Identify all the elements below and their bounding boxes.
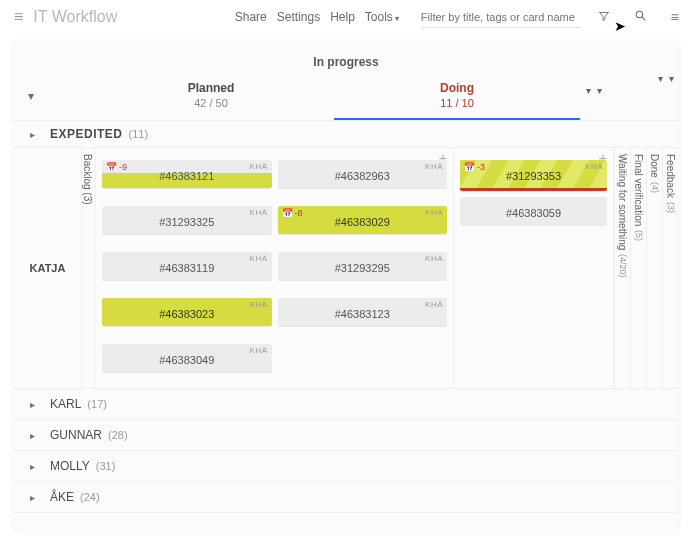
card[interactable]: KHÄ📅 -3#31293353 bbox=[460, 160, 607, 191]
chevron-right-icon: ▸ bbox=[14, 129, 50, 140]
card[interactable]: KHÄ#46383023 bbox=[102, 298, 272, 326]
person-count: (31) bbox=[96, 460, 116, 472]
right-collapsed-group: Waiting for something(4/20)Final verific… bbox=[614, 148, 678, 388]
swimlane-collapsed[interactable]: ▸GUNNAR(28) bbox=[14, 420, 678, 451]
calendar-icon: 📅 bbox=[282, 208, 293, 218]
card-id: #46383123 bbox=[286, 308, 440, 320]
top-links: Share Settings Help Tools▾ ≡ bbox=[235, 6, 686, 28]
overflow-menu-icon[interactable]: ≡ bbox=[664, 9, 686, 25]
swimlane-collapsed[interactable]: ▸KARL(17) bbox=[14, 389, 678, 420]
tools-menu[interactable]: Tools▾ bbox=[365, 10, 399, 24]
card[interactable]: KHÄ#31293295 bbox=[278, 252, 448, 280]
chevron-right-icon: ▸ bbox=[14, 461, 50, 472]
collapsed-column[interactable]: Done(4) bbox=[646, 148, 662, 388]
collapsed-column-label: Feedback bbox=[665, 154, 676, 198]
card-id: #46383119 bbox=[110, 262, 264, 274]
collapsed-column-label: Waiting for something bbox=[617, 154, 628, 250]
top-bar: ≡ IT Workflow Share Settings Help Tools▾… bbox=[0, 0, 692, 34]
card-id: #46382963 bbox=[286, 170, 440, 182]
card-id: #46383023 bbox=[110, 308, 264, 320]
chevron-right-icon: ▸ bbox=[14, 492, 50, 503]
stage-header: In progress bbox=[14, 42, 678, 77]
assignee-tag: KHÄ bbox=[250, 162, 268, 171]
assignee-tag: KHÄ bbox=[250, 254, 268, 263]
card[interactable]: KHÄ#46383049 bbox=[102, 344, 272, 372]
card-id: #31293353 bbox=[468, 170, 599, 182]
card[interactable]: KHÄ#46382963 bbox=[278, 160, 448, 188]
swimlane-label: KATJA bbox=[14, 148, 82, 388]
collapsed-column-label: Done bbox=[649, 154, 660, 178]
col-head-planned[interactable]: Planned 42 / 50 bbox=[88, 77, 334, 118]
assignee-tag: KHÄ bbox=[425, 300, 443, 309]
svg-line-1 bbox=[642, 17, 645, 20]
app-title: IT Workflow bbox=[33, 8, 117, 26]
collapsed-column-count: (4/20) bbox=[618, 254, 628, 278]
col-body-planned: + KHÄ📅 -9#46383121KHÄ#46382963KHÄ#312933… bbox=[96, 148, 454, 388]
collapsed-column-label: Final verification bbox=[633, 154, 644, 226]
due-badge: 📅 -8 bbox=[282, 208, 303, 218]
assignee-tag: KHÄ bbox=[250, 300, 268, 309]
chevron-down-icon[interactable]: ▾ bbox=[14, 77, 48, 103]
card-id: #31293295 bbox=[286, 262, 440, 274]
menu-icon[interactable]: ≡ bbox=[6, 8, 31, 26]
person-name: ÅKE bbox=[50, 490, 74, 504]
card-id: #46383121 bbox=[110, 170, 264, 182]
collapsed-column-count: (4) bbox=[650, 182, 660, 193]
svg-point-0 bbox=[636, 11, 643, 18]
collapsed-column[interactable]: Final verification(5) bbox=[630, 148, 646, 388]
collapsed-column-count: (5) bbox=[634, 230, 644, 241]
col-body-doing: + KHÄ📅 -3#31293353#46383059 bbox=[454, 148, 614, 388]
person-name: KARL bbox=[50, 397, 81, 411]
chevron-right-icon: ▸ bbox=[14, 430, 50, 441]
card[interactable]: KHÄ#46383123 bbox=[278, 298, 448, 326]
card-id: #46383049 bbox=[110, 354, 264, 366]
chevron-down-icon[interactable]: ▾ bbox=[669, 73, 674, 84]
card[interactable]: KHÄ📅 -9#46383121 bbox=[102, 160, 272, 188]
stage-title: In progress bbox=[313, 55, 378, 69]
due-badge: 📅 -9 bbox=[106, 162, 127, 172]
col-head-doing[interactable]: Doing 11 / 10 bbox=[334, 77, 580, 120]
person-name: GUNNAR bbox=[50, 428, 102, 442]
assignee-tag: KHÄ bbox=[425, 208, 443, 217]
collapsed-column-count: (3) bbox=[666, 202, 676, 213]
card-id: #46383059 bbox=[468, 207, 599, 219]
chevron-down-icon[interactable]: ▾ bbox=[658, 73, 663, 84]
chevron-down-icon[interactable]: ▾ bbox=[597, 85, 602, 96]
assignee-tag: KHÄ bbox=[585, 162, 603, 171]
section-expedited[interactable]: ▸ EXPEDITED (11) bbox=[14, 120, 678, 148]
board: In progress ▾ ▾ ▾ Planned 42 / 50 Doing … bbox=[14, 42, 678, 532]
assignee-tag: KHÄ bbox=[425, 162, 443, 171]
person-count: (24) bbox=[80, 491, 100, 503]
caret-down-icon: ▾ bbox=[395, 14, 399, 23]
card-id: #46383029 bbox=[286, 216, 440, 228]
filter-input[interactable] bbox=[421, 6, 581, 28]
wip-counter: 11 / 10 bbox=[440, 97, 474, 109]
collapsed-column[interactable]: Waiting for something(4/20) bbox=[614, 148, 630, 388]
search-icon[interactable] bbox=[627, 9, 654, 25]
backlog-collapsed[interactable]: Backlog (3) bbox=[82, 148, 96, 388]
collapsed-column[interactable]: Feedback(3) bbox=[662, 148, 678, 388]
card[interactable]: KHÄ#46383119 bbox=[102, 252, 272, 280]
chevron-down-icon[interactable]: ▾ bbox=[586, 85, 591, 96]
chevron-right-icon: ▸ bbox=[14, 399, 50, 410]
swimlane-collapsed[interactable]: ▸MOLLY(31) bbox=[14, 451, 678, 482]
columns-header: ▾ ▾ ▾ Planned 42 / 50 Doing 11 / 10 ▾ ▾ bbox=[14, 77, 678, 120]
due-badge: 📅 -3 bbox=[464, 162, 485, 172]
person-count: (28) bbox=[108, 429, 128, 441]
card-id: #31293325 bbox=[110, 216, 264, 228]
person-count: (17) bbox=[87, 398, 107, 410]
settings-link[interactable]: Settings bbox=[277, 10, 320, 24]
swimlane-katja: KATJA Backlog (3) + KHÄ📅 -9#46383121KHÄ#… bbox=[14, 148, 678, 389]
calendar-icon: 📅 bbox=[464, 162, 475, 172]
share-link[interactable]: Share bbox=[235, 10, 267, 24]
assignee-tag: KHÄ bbox=[250, 346, 268, 355]
card[interactable]: #46383059 bbox=[460, 197, 607, 225]
help-link[interactable]: Help bbox=[330, 10, 355, 24]
person-name: MOLLY bbox=[50, 459, 90, 473]
filter-icon[interactable] bbox=[591, 9, 617, 25]
swimlane-collapsed[interactable]: ▸ÅKE(24) bbox=[14, 482, 678, 513]
assignee-tag: KHÄ bbox=[425, 254, 443, 263]
card[interactable]: KHÄ📅 -8#46383029 bbox=[278, 206, 448, 234]
card[interactable]: KHÄ#31293325 bbox=[102, 206, 272, 234]
calendar-icon: 📅 bbox=[106, 162, 117, 172]
